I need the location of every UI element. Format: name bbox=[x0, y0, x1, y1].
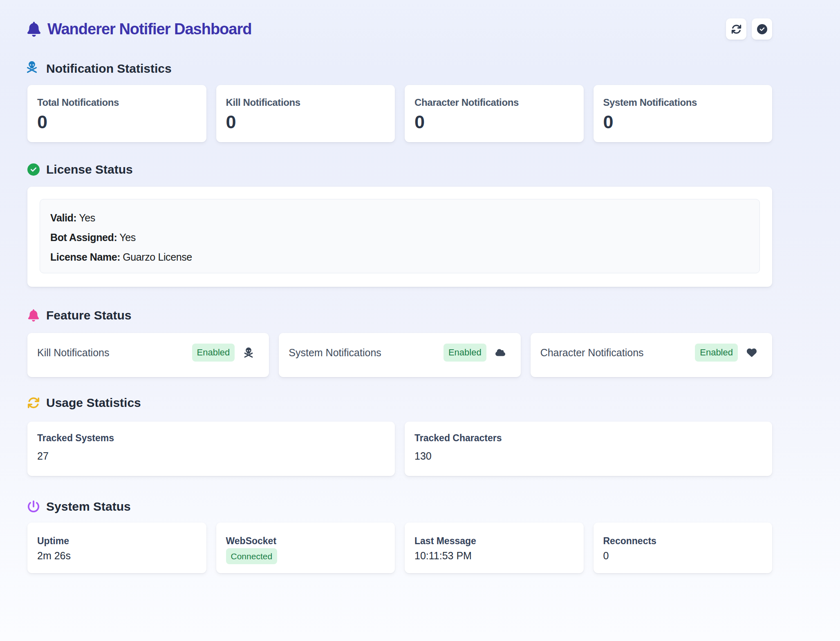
system-card-reconnects: Reconnects 0 bbox=[594, 523, 773, 573]
feature-label: Character Notifications bbox=[540, 347, 695, 359]
stat-value: 0 bbox=[37, 112, 197, 133]
stat-card-character-notifications: Character Notifications 0 bbox=[405, 85, 584, 142]
stat-value: 0 bbox=[603, 112, 763, 133]
check-circle-icon bbox=[27, 163, 40, 176]
system-card-uptime: Uptime 2m 26s bbox=[27, 523, 206, 573]
license-field-label: Bot Assigned: bbox=[50, 232, 117, 243]
page-title: Wanderer Notifier Dashboard bbox=[47, 20, 251, 38]
stat-label: Total Notifications bbox=[37, 97, 197, 108]
stat-value: 0 bbox=[414, 112, 574, 133]
refresh-button[interactable] bbox=[726, 18, 746, 40]
license-field-label: Valid: bbox=[50, 212, 76, 223]
system-value: 0 bbox=[603, 550, 763, 562]
section-usage-statistics: Usage Statistics Tracked Systems 27 Trac… bbox=[27, 395, 772, 476]
usage-value: 130 bbox=[414, 450, 762, 462]
section-license-status: License Status Valid:Yes Bot Assigned:Ye… bbox=[27, 161, 772, 287]
skull-crossbones-icon bbox=[244, 347, 253, 358]
status-badge: Enabled bbox=[192, 344, 235, 362]
feature-label: Kill Notifications bbox=[37, 347, 192, 359]
dashboard-page: Wanderer Notifier Dashboard Notification… bbox=[27, 0, 772, 573]
section-heading: Usage Statistics bbox=[27, 395, 772, 411]
section-title: License Status bbox=[46, 163, 133, 176]
refresh-icon bbox=[731, 24, 741, 34]
stat-card-total-notifications: Total Notifications 0 bbox=[27, 85, 206, 142]
status-badge: Enabled bbox=[444, 344, 486, 362]
usage-card-tracked-systems: Tracked Systems 27 bbox=[27, 422, 395, 476]
system-card-last-message: Last Message 10:11:53 PM bbox=[405, 523, 584, 573]
feature-grid: Kill Notifications Enabled System Notifi… bbox=[27, 333, 772, 377]
header-title-group: Wanderer Notifier Dashboard bbox=[27, 20, 251, 38]
feature-label: System Notifications bbox=[289, 347, 444, 359]
stat-card-system-notifications: System Notifications 0 bbox=[594, 85, 773, 142]
section-title: Feature Status bbox=[46, 308, 131, 322]
system-grid: Uptime 2m 26s WebSocket Connected Last M… bbox=[27, 523, 772, 573]
skull-crossbones-icon bbox=[26, 61, 38, 73]
system-value: 2m 26s bbox=[37, 550, 197, 562]
license-panel: Valid:Yes Bot Assigned:Yes License Name:… bbox=[40, 199, 760, 273]
license-valid-row: Valid:Yes bbox=[50, 208, 749, 228]
section-feature-status: Feature Status Kill Notifications Enable… bbox=[27, 307, 772, 377]
license-bot-row: Bot Assigned:Yes bbox=[50, 228, 749, 247]
heart-icon bbox=[747, 347, 757, 358]
section-heading: License Status bbox=[27, 161, 772, 178]
stat-label: System Notifications bbox=[603, 97, 763, 108]
system-card-websocket: WebSocket Connected bbox=[216, 523, 395, 573]
stat-value: 0 bbox=[226, 112, 385, 133]
feature-card-character-notifications: Character Notifications Enabled bbox=[531, 333, 772, 377]
notification-stats-grid: Total Notifications 0 Kill Notifications… bbox=[27, 85, 772, 142]
section-title: Notification Statistics bbox=[46, 62, 172, 76]
bell-icon bbox=[27, 309, 40, 322]
bell-icon bbox=[27, 22, 40, 37]
system-label: Reconnects bbox=[603, 536, 763, 547]
feature-card-system-notifications: System Notifications Enabled bbox=[279, 333, 520, 377]
usage-label: Tracked Characters bbox=[414, 433, 762, 444]
system-label: Uptime bbox=[37, 536, 197, 547]
usage-label: Tracked Systems bbox=[37, 433, 385, 444]
cloud-icon bbox=[495, 347, 505, 358]
header-actions bbox=[726, 18, 772, 40]
license-field-value: Yes bbox=[79, 212, 95, 223]
system-value: 10:11:53 PM bbox=[414, 550, 574, 562]
license-field-value: Guarzo License bbox=[123, 251, 192, 263]
stat-card-kill-notifications: Kill Notifications 0 bbox=[216, 85, 395, 142]
section-heading: Feature Status bbox=[27, 307, 772, 324]
system-label: Last Message bbox=[414, 536, 574, 547]
section-notification-statistics: Notification Statistics Total Notificati… bbox=[27, 60, 772, 142]
header: Wanderer Notifier Dashboard bbox=[27, 0, 772, 40]
websocket-status: Connected bbox=[226, 548, 385, 564]
license-name-row: License Name:Guarzo License bbox=[50, 247, 749, 267]
section-heading: Notification Statistics bbox=[27, 60, 772, 77]
section-title: Usage Statistics bbox=[46, 396, 141, 410]
license-field-label: License Name: bbox=[50, 251, 120, 263]
feature-card-kill-notifications: Kill Notifications Enabled bbox=[27, 333, 269, 377]
section-heading: System Status bbox=[27, 498, 772, 515]
section-title: System Status bbox=[46, 500, 131, 514]
stat-label: Character Notifications bbox=[414, 97, 574, 108]
power-icon bbox=[27, 500, 40, 513]
license-card: Valid:Yes Bot Assigned:Yes License Name:… bbox=[27, 187, 772, 287]
stat-label: Kill Notifications bbox=[226, 97, 385, 108]
usage-card-tracked-characters: Tracked Characters 130 bbox=[405, 422, 772, 476]
usage-value: 27 bbox=[37, 450, 385, 462]
system-label: WebSocket bbox=[226, 536, 385, 547]
section-system-status: System Status Uptime 2m 26s WebSocket Co… bbox=[27, 498, 772, 573]
connected-badge: Connected bbox=[226, 548, 278, 564]
license-field-value: Yes bbox=[119, 232, 136, 243]
usage-grid: Tracked Systems 27 Tracked Characters 13… bbox=[27, 422, 772, 476]
check-circle-icon bbox=[757, 24, 767, 34]
refresh-icon bbox=[27, 397, 40, 409]
status-badge: Enabled bbox=[695, 344, 738, 362]
status-check-button[interactable] bbox=[752, 18, 772, 40]
